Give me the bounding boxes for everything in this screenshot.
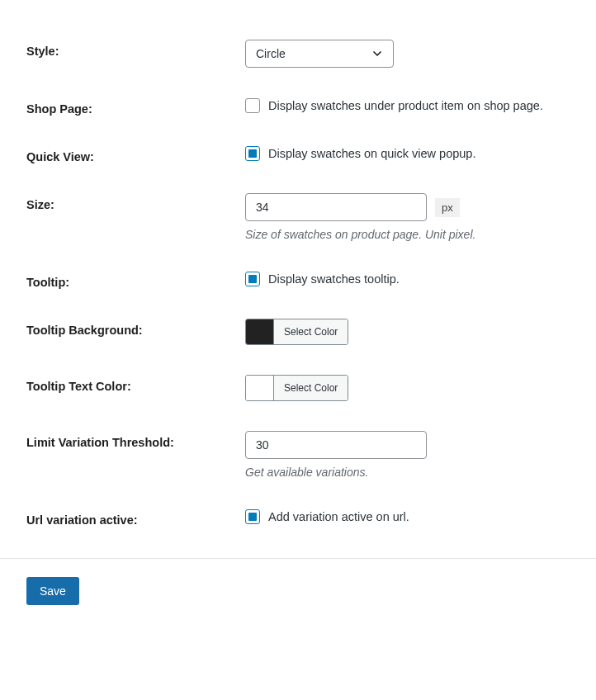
quick-view-checkbox[interactable] — [245, 146, 260, 161]
limit-threshold-description: Get available variations. — [245, 466, 596, 479]
tooltip-bg-color-picker[interactable]: Select Color — [245, 319, 348, 345]
tooltip-bg-label: Tooltip Background: — [26, 319, 245, 337]
quick-view-label: Quick View: — [26, 145, 245, 163]
color-swatch-icon — [246, 376, 274, 400]
url-variation-checkbox[interactable] — [245, 509, 260, 524]
divider — [0, 558, 596, 559]
size-input[interactable] — [245, 193, 427, 221]
tooltip-text-select-color-button[interactable]: Select Color — [274, 376, 348, 400]
url-variation-label: Url variation active: — [26, 508, 245, 527]
size-unit: px — [435, 198, 460, 217]
tooltip-text-color-picker[interactable]: Select Color — [245, 375, 348, 401]
size-description: Size of swatches on product page. Unit p… — [245, 228, 596, 241]
tooltip-checkbox[interactable] — [245, 272, 260, 286]
shop-page-label: Shop Page: — [26, 97, 245, 116]
save-button[interactable]: Save — [26, 577, 79, 605]
limit-threshold-label: Limit Variation Threshold: — [26, 431, 245, 449]
url-variation-checkbox-label: Add variation active on url. — [268, 510, 409, 523]
shop-page-checkbox[interactable] — [245, 98, 260, 113]
tooltip-checkbox-label: Display swatches tooltip. — [268, 272, 400, 286]
size-label: Size: — [26, 193, 245, 211]
color-swatch-icon — [246, 319, 274, 344]
tooltip-text-color-label: Tooltip Text Color: — [26, 375, 245, 393]
tooltip-label: Tooltip: — [26, 271, 245, 289]
limit-threshold-input[interactable] — [245, 431, 427, 459]
shop-page-checkbox-label: Display swatches under product item on s… — [268, 99, 543, 112]
tooltip-bg-select-color-button[interactable]: Select Color — [274, 319, 348, 344]
style-label: Style: — [26, 40, 245, 58]
style-select[interactable]: Circle — [245, 40, 394, 68]
quick-view-checkbox-label: Display swatches on quick view popup. — [268, 147, 475, 160]
